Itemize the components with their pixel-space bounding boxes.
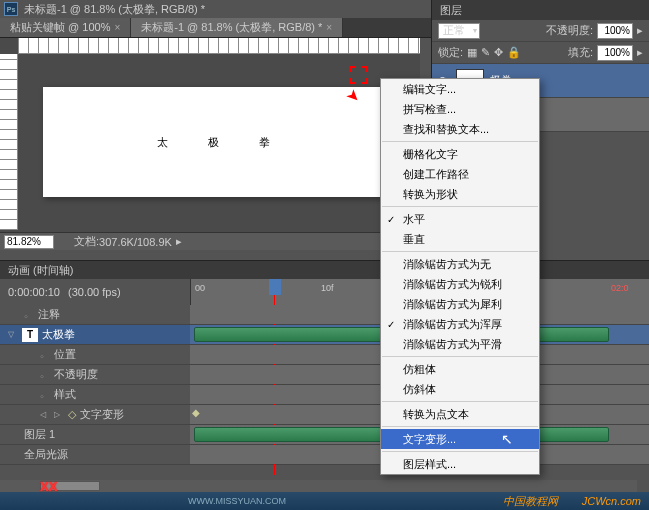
scrollbar-horizontal[interactable] (0, 480, 637, 492)
menu-item[interactable]: 拼写检查... (381, 99, 539, 119)
timeline-row[interactable]: ◦不透明度 (0, 365, 649, 385)
menu-item[interactable]: ✓消除锯齿方式为浑厚 (381, 314, 539, 334)
keyframe-icon[interactable]: ◇ (68, 408, 76, 421)
stopwatch-icon[interactable]: ◦ (40, 390, 50, 400)
ruler-horizontal[interactable] (18, 38, 420, 54)
lock-brush-icon[interactable]: ✎ (481, 46, 490, 59)
menu-item[interactable]: 消除锯齿方式为犀利 (381, 294, 539, 314)
panel-tab-timeline[interactable]: 动画 (时间轴) (0, 261, 649, 279)
lock-move-icon[interactable]: ✥ (494, 46, 503, 59)
menu-item[interactable]: 查找和替换文本... (381, 119, 539, 139)
menu-item[interactable]: 仿粗体 (381, 359, 539, 379)
menu-item[interactable]: ✓水平 (381, 209, 539, 229)
menu-item[interactable]: 消除锯齿方式为无 (381, 254, 539, 274)
close-icon[interactable]: × (326, 22, 332, 33)
timeline-row[interactable]: ◦样式 (0, 385, 649, 405)
panel-tab-layers[interactable]: 图层 (432, 0, 649, 20)
menu-item[interactable]: 创建工作路径 (381, 164, 539, 184)
stopwatch-icon[interactable]: ◦ (24, 310, 34, 320)
timeline-panel: 动画 (时间轴) 0:00:00:10 (30.00 fps) 00 10f 2… (0, 260, 649, 492)
playhead[interactable] (269, 279, 281, 295)
stopwatch-icon[interactable]: ◦ (40, 370, 50, 380)
blend-mode-select[interactable]: 正常 (438, 23, 480, 39)
lock-all-icon[interactable]: 🔒 (507, 46, 521, 59)
doc-tab-1[interactable]: 未标题-1 @ 81.8% (太极拳, RGB/8) *× (131, 18, 343, 37)
doc-tab-0[interactable]: 粘贴关键帧 @ 100%× (0, 18, 131, 37)
timeline-row[interactable]: 图层 1 (0, 425, 649, 445)
chevron-right-icon[interactable]: ▸ (176, 235, 182, 248)
lock-transparency-icon[interactable]: ▦ (467, 46, 477, 59)
timeline-row[interactable]: ◦注释 (0, 305, 649, 325)
chevron-right-icon[interactable]: ▸ (637, 46, 643, 59)
menu-item[interactable]: 编辑文字... (381, 79, 539, 99)
fps-label: (30.00 fps) (68, 286, 121, 298)
menu-item[interactable]: 转换为形状 (381, 184, 539, 204)
document-window: 太 极 拳 ➤ 文档: 307.6K/108.9K ▸ (0, 38, 420, 250)
app-title: 未标题-1 @ 81.8% (太极拳, RGB/8) * (24, 2, 205, 17)
chevron-right-icon[interactable]: ▸ (637, 24, 643, 37)
footer-watermark: WWW.MISSYUAN.COM 中国教程网 JCWcn.com (0, 492, 649, 510)
timeline-row[interactable]: ◁▷◇文字变形◆ (0, 405, 649, 425)
app-icon: Ps (4, 2, 18, 16)
stopwatch-icon[interactable]: ◦ (40, 350, 50, 360)
selection-marker (350, 66, 368, 84)
keyframe-marker[interactable]: ◆ (192, 407, 200, 418)
opacity-input[interactable] (597, 23, 633, 39)
menu-item[interactable]: 栅格化文字 (381, 144, 539, 164)
context-menu: 编辑文字...拼写检查...查找和替换文本...栅格化文字创建工作路径转换为形状… (380, 78, 540, 475)
menu-item[interactable]: 文字变形...↖ (381, 429, 539, 449)
fill-input[interactable] (597, 45, 633, 61)
timeline-row[interactable]: ◦位置 (0, 345, 649, 365)
text-layer-icon: T (22, 328, 38, 342)
menu-item[interactable]: 图层样式... (381, 454, 539, 474)
status-bar: 文档: 307.6K/108.9K ▸ (0, 232, 420, 250)
timeline-row[interactable]: 全局光源 (0, 445, 649, 465)
menu-item[interactable]: 垂直 (381, 229, 539, 249)
menu-item[interactable]: 仿斜体 (381, 379, 539, 399)
timecode[interactable]: 0:00:00:10 (8, 286, 60, 298)
timeline-row[interactable]: ▽T太极拳 (0, 325, 649, 345)
menu-item[interactable]: 消除锯齿方式为锐利 (381, 274, 539, 294)
menu-item[interactable]: 转换为点文本 (381, 404, 539, 424)
ruler-vertical[interactable] (0, 54, 18, 230)
menu-item[interactable]: 消除锯齿方式为平滑 (381, 334, 539, 354)
close-icon[interactable]: × (114, 22, 120, 33)
artboard[interactable]: 太 极 拳 (43, 87, 383, 197)
zoom-input[interactable] (4, 235, 54, 249)
